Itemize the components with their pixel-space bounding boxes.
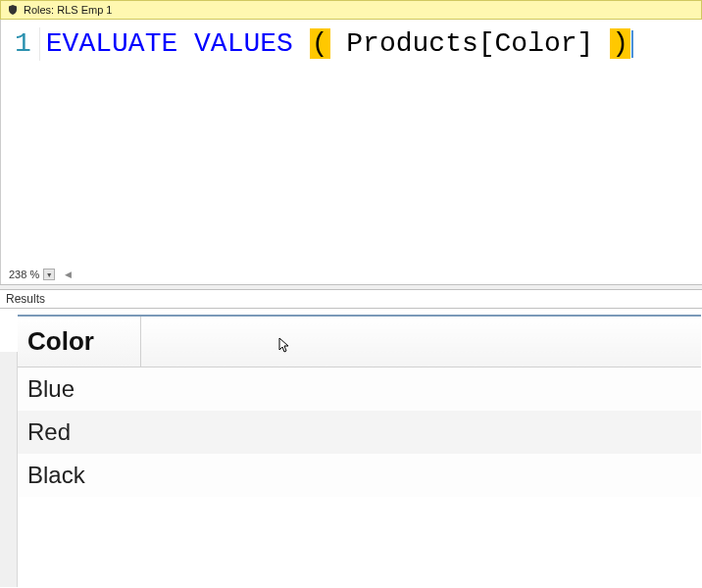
paren-close: )	[610, 28, 630, 59]
table-row[interactable]: Blue	[18, 368, 701, 412]
identifier: Products[Color]	[346, 28, 593, 59]
roles-banner-text: Roles: RLS Emp 1	[24, 4, 112, 16]
code-editor[interactable]: 1 EVALUATE VALUES ( Products[Color] ) 23…	[0, 20, 702, 284]
cell-value[interactable]: Blue	[18, 368, 140, 412]
cell-value[interactable]: Red	[18, 411, 140, 454]
cell-value[interactable]: Black	[18, 454, 140, 497]
code-line[interactable]: EVALUATE VALUES ( Products[Color] )	[40, 27, 633, 61]
results-tab[interactable]: Results	[0, 290, 702, 309]
table-row[interactable]: Red	[18, 411, 701, 454]
line-number: 1	[1, 27, 40, 61]
text-cursor	[631, 30, 633, 58]
scroll-left-arrow[interactable]: ◀	[65, 270, 72, 279]
roles-banner: Roles: RLS Emp 1	[0, 0, 702, 20]
zoom-level: 238 %	[9, 269, 39, 280]
shield-icon	[7, 4, 19, 16]
results-pane: Color Blue Red Black	[0, 309, 702, 497]
results-table[interactable]: Color Blue Red Black	[18, 315, 701, 497]
editor-status-bar: 238 % ▼ ◀	[9, 269, 72, 280]
keyword-evaluate: EVALUATE	[46, 28, 177, 59]
cursor-icon	[277, 337, 293, 353]
column-header-empty	[140, 316, 701, 368]
row-selector-gutter	[0, 352, 18, 587]
keyword-values: VALUES	[194, 28, 293, 59]
table-row[interactable]: Black	[18, 454, 701, 497]
column-header-color[interactable]: Color	[18, 316, 140, 368]
zoom-dropdown[interactable]: ▼	[43, 269, 55, 280]
paren-open: (	[310, 28, 330, 59]
